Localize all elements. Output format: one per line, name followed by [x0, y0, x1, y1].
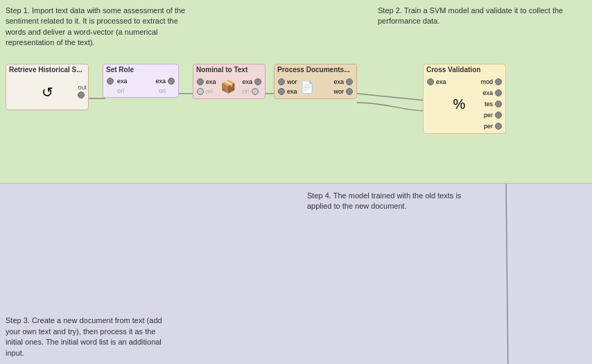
node-setrole-inner: exa exa ori ori [103, 75, 178, 97]
bottom-panel: Step 4. The model trained with the old t… [0, 184, 592, 364]
retrieve-icon: ↺ [37, 80, 58, 105]
node-nominal-title: Nominal to Text [193, 64, 265, 75]
top-panel: Step 1. Import text data with some asses… [0, 0, 592, 184]
main-container: Step 1. Import text data with some asses… [0, 0, 592, 364]
step3-description: Step 3. Create a new document from text … [6, 315, 165, 358]
node-retrieve-title: Retrieve Historical S... [6, 64, 88, 75]
node-setrole[interactable]: Set Role exa exa ori ori [103, 64, 179, 98]
node-retrieve[interactable]: Retrieve Historical S... ↺ out [6, 64, 89, 110]
setrole-port-ori: ori ori [103, 86, 178, 96]
step2-description: Step 2. Train a SVM model and validate i… [378, 6, 586, 27]
node-setrole-title: Set Role [103, 64, 178, 75]
svg-line-3 [357, 94, 426, 101]
node-retrieve-body: ↺ out [6, 75, 88, 110]
setrole-port-exa: exa exa [103, 76, 178, 86]
node-crossval-title: Cross Validation [424, 64, 505, 75]
node-processdoc-top[interactable]: Process Documents... wor exa 📄 exa [274, 64, 357, 99]
crossval-icon: % [453, 78, 466, 130]
nominal-icon: 📦 [220, 79, 236, 94]
step1-description: Step 1. Import text data with some asses… [6, 6, 189, 49]
node-processdoc-top-title: Process Documents... [275, 64, 356, 75]
step4-description: Step 4. The model trained with the old t… [307, 191, 467, 212]
node-nominal[interactable]: Nominal to Text exa ori 📦 exa or [193, 64, 265, 99]
processdoc-top-icon: 📄 [300, 80, 314, 94]
node-crossval[interactable]: Cross Validation exa % mod exa te [423, 64, 506, 134]
